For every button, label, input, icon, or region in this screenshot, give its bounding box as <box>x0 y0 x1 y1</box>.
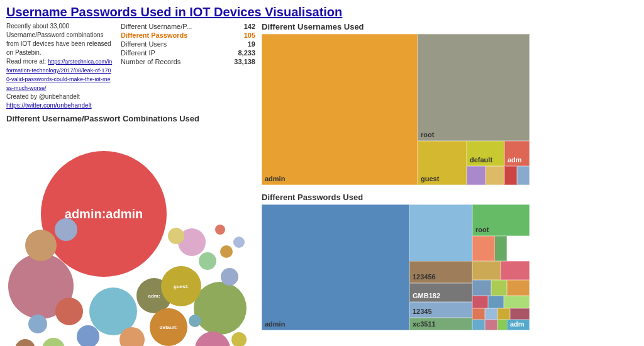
treemap-cell <box>472 308 485 320</box>
stat-label: Different Users <box>118 40 222 48</box>
treemap-cell: 12345 <box>409 302 472 318</box>
bubble <box>189 315 201 327</box>
main-title: Username Passwords Used in IOT Devices V… <box>6 5 638 20</box>
bubble <box>55 298 83 325</box>
bubble <box>233 237 245 248</box>
stats-table: Different Username/P...142Different Pass… <box>118 22 258 110</box>
treemap-cell <box>485 308 497 320</box>
bubble <box>215 225 225 235</box>
right-column: Different Usernames Used adminrootguests… <box>262 22 638 346</box>
bubble <box>25 230 57 261</box>
treemap-cell: 123456 <box>409 261 472 283</box>
treemap-cell: adm <box>507 320 530 330</box>
treemap-cell <box>472 280 491 296</box>
treemap-cell <box>488 296 504 308</box>
left-column: Recently about 33,000 Username/Password … <box>6 22 258 346</box>
bubble <box>168 228 184 244</box>
usernames-section-title: Different Usernames Used <box>262 22 638 31</box>
treemap-cell: default <box>467 141 504 166</box>
bubble-section-title: Different Username/Passwort Combinations… <box>6 114 258 123</box>
bubble <box>55 218 77 241</box>
treemap-cell <box>467 166 486 185</box>
treemap-cell <box>491 280 507 296</box>
treemap-cell: root <box>418 34 530 141</box>
bubble <box>42 338 65 346</box>
bubble: default: <box>150 308 187 346</box>
passwords-treemap: adminrootvizxv123456GMB18212345xc3511adm <box>262 204 638 330</box>
treemap-cell <box>497 308 510 320</box>
passwords-section-title: Different Passwords Used <box>262 193 638 202</box>
treemap-cell: xc3511 <box>409 318 472 330</box>
treemap-cell: admin <box>262 204 409 330</box>
treemap-cell <box>472 320 485 330</box>
bubble <box>220 245 233 258</box>
stat-label: Number of Records <box>118 57 222 66</box>
bubble <box>199 252 216 270</box>
usernames-section: Different Usernames Used adminrootguests… <box>262 22 638 189</box>
bubble-chart: admin:adminadm:guest:default:root:root <box>6 126 252 346</box>
stat-label: Different IP <box>118 48 222 57</box>
left-top: Recently about 33,000 Username/Password … <box>6 22 258 110</box>
bubble: admin:admin <box>41 151 167 277</box>
page: Username Passwords Used in IOT Devices V… <box>0 0 644 346</box>
treemap-cell <box>504 296 530 308</box>
bubble <box>119 327 145 346</box>
treemap-cell <box>486 166 504 185</box>
treemap-cell: adm <box>504 141 530 166</box>
bubble <box>15 339 35 346</box>
treemap-cell: GMB182 <box>409 283 472 302</box>
treemap-cell <box>472 296 488 308</box>
twitter-link[interactable]: https://twitter.com/unbehandelt <box>6 102 92 109</box>
stat-value: 105 <box>222 31 258 40</box>
content-area: Recently about 33,000 Username/Password … <box>6 22 638 346</box>
treemap-cell: root <box>472 204 530 236</box>
treemap-cell: guest <box>418 141 467 185</box>
bubble <box>221 268 238 286</box>
stat-value: 19 <box>222 40 258 48</box>
bubble <box>194 282 247 335</box>
bubble: guest: <box>161 266 201 306</box>
treemap-cell <box>472 236 495 261</box>
treemap-cell <box>501 261 530 280</box>
treemap-cell <box>510 308 530 320</box>
stat-value: 8,233 <box>222 48 258 57</box>
bubble <box>231 332 247 346</box>
stat-value: 33,138 <box>222 57 258 66</box>
treemap-cell <box>517 166 530 185</box>
passwords-section: Different Passwords Used adminrootvizxv1… <box>262 193 638 347</box>
treemap-cell <box>504 166 517 185</box>
stat-label: Different Username/P... <box>118 22 222 31</box>
stat-label: Different Passwords <box>118 31 222 40</box>
description: Recently about 33,000 Username/Password … <box>6 22 113 110</box>
treemap-cell <box>472 261 501 280</box>
bubble <box>28 315 47 333</box>
treemap-cell: admin <box>262 34 418 185</box>
usernames-treemap: adminrootguestsupportuserdefaultadm <box>262 34 638 185</box>
stat-value: 142 <box>222 22 258 31</box>
header: Username Passwords Used in IOT Devices V… <box>6 5 638 20</box>
treemap-cell <box>485 320 497 330</box>
treemap-cell <box>507 280 530 296</box>
bubble <box>77 325 99 346</box>
